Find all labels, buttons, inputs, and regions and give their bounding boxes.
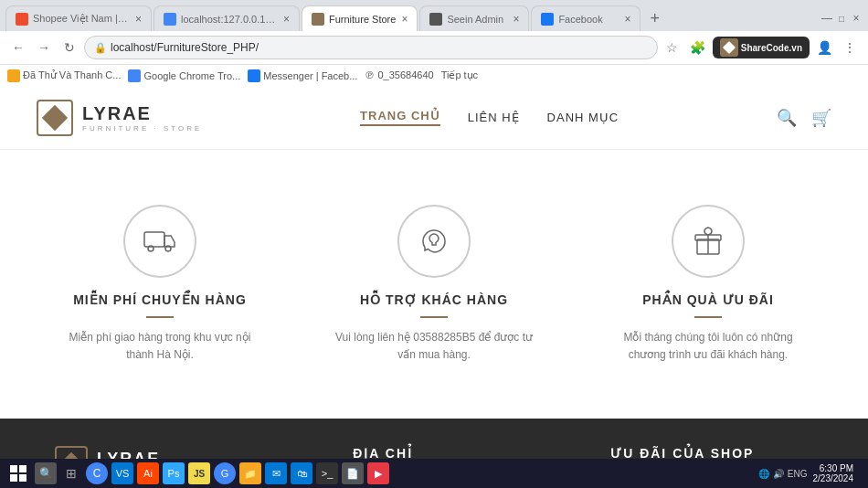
tab-close-shopee[interactable]: × [135, 13, 142, 26]
new-tab-button[interactable]: + [642, 5, 667, 32]
close-button[interactable]: × [850, 12, 863, 25]
taskbar-lang: ENG [788, 469, 808, 479]
reload-button[interactable]: ↻ [58, 37, 80, 58]
svg-rect-0 [144, 232, 164, 247]
bookmark-3[interactable]: Messenger | Faceb... [248, 69, 357, 82]
minimize-button[interactable]: — [820, 12, 833, 25]
feature-shipping: MIỄN PHÍ CHUYỂN HÀNG Miễn phí giao hàng … [59, 205, 260, 364]
logo-text: LYRAE FURNITURE · STORE [82, 103, 202, 133]
taskbar-ps-icon[interactable]: Ps [163, 462, 185, 484]
back-button[interactable]: ← [7, 37, 29, 58]
bookmark-icon-3 [248, 69, 260, 82]
tab-title-facebook: Facebook [558, 14, 619, 25]
tab-title-seein: Seein Admin [447, 14, 507, 25]
tab-close-localhost[interactable]: × [283, 13, 290, 26]
tab-favicon-furniture [312, 13, 324, 26]
taskbar-clock: 6:30 PM [813, 463, 854, 473]
taskbar-files-icon[interactable]: 📁 [239, 462, 261, 484]
tab-localhost[interactable]: localhost:127.0.0.1 / cnpm /... × [153, 5, 300, 31]
menu-button[interactable]: ⋮ [839, 37, 861, 58]
support-icon [397, 205, 471, 278]
tab-title-shopee: Shopee Việt Nam | Mua và Bá... [33, 13, 130, 25]
sharecode-logo-icon [720, 38, 738, 57]
svg-rect-5 [10, 465, 17, 472]
taskbar-store-icon[interactable]: 🛍 [291, 462, 312, 484]
nav-links: TRANG CHỦ LIÊN HỆ DANH MỤC [360, 109, 619, 126]
logo-sub: FURNITURE · STORE [82, 124, 202, 133]
bookmark-label-2: Google Chrome Tro... [143, 70, 240, 81]
website-content: LYRAE FURNITURE · STORE TRANG CHỦ LIÊN H… [0, 86, 868, 488]
shipping-desc: Miễn phí giao hàng trong khu vực nội thà… [59, 329, 260, 364]
address-bar[interactable]: 🔒 localhost/FurnitureStore_PHP/ [84, 36, 658, 59]
tab-seein[interactable]: Seein Admin × [419, 5, 529, 31]
bookmark-button[interactable]: ☆ [662, 37, 683, 58]
tab-close-furniture[interactable]: × [401, 13, 408, 26]
taskbar-sys-icons: 🌐 🔊 ENG [758, 469, 808, 479]
nav-icons: 🔍 🛒 [777, 108, 831, 128]
browser-addressbar: ← → ↻ 🔒 localhost/FurnitureStore_PHP/ ☆ … [0, 31, 868, 64]
bookmark-icon-2 [128, 69, 141, 82]
feature-gifts: PHẦN QUÀ ƯU ĐÃI Mỗi tháng chúng tôi luôn… [608, 205, 809, 364]
bookmark-icon-1 [7, 69, 20, 82]
feature-support: HỖ TRỢ KHÁC HÀNG Vui lòng liên hệ 035882… [333, 205, 535, 364]
logo-name: LYRAE [82, 103, 202, 124]
taskbar-mail-icon[interactable]: ✉ [265, 462, 287, 484]
taskbar-left: 🔍 ⊞ C VS Ai Ps JS G 📁 ✉ 🛍 >_ 📄 ▶ [5, 461, 389, 486]
bookmark-label-4: ℗ 0_35684640 [365, 69, 433, 81]
taskbar-search-icon[interactable]: 🔍 [35, 462, 57, 484]
shipping-divider [146, 316, 174, 318]
taskbar-taskview-icon[interactable]: ⊞ [60, 462, 82, 484]
bookmark-5[interactable]: Tiếp tục [441, 69, 479, 81]
bookmark-4[interactable]: ℗ 0_35684640 [365, 69, 433, 81]
support-desc: Vui lòng liên hệ 03588285B5 để được tư v… [333, 329, 535, 364]
taskbar-extra2-icon[interactable]: ▶ [367, 462, 389, 484]
extension-button[interactable]: 🧩 [687, 37, 709, 58]
tab-favicon-shopee [16, 13, 28, 26]
cart-icon[interactable]: 🛒 [811, 108, 831, 128]
shipping-title: MIỄN PHÍ CHUYỂN HÀNG [73, 292, 247, 307]
logo: LYRAE FURNITURE · STORE [37, 100, 202, 136]
bookmark-label-3: Messenger | Faceb... [263, 70, 357, 81]
tab-favicon-seein [429, 13, 442, 26]
taskbar-browser-app-icon[interactable]: G [214, 462, 236, 484]
nav-link-lienhe[interactable]: LIÊN HỆ [468, 111, 520, 124]
taskbar-chrome-icon[interactable]: C [86, 462, 108, 484]
sharecode-text: ShareCode.vn [741, 43, 802, 53]
tab-facebook[interactable]: Facebook × [531, 5, 640, 31]
taskbar-js-icon[interactable]: JS [188, 462, 210, 484]
shipping-icon [123, 205, 196, 278]
sharecode-diamond [723, 41, 736, 54]
bookmark-2[interactable]: Google Chrome Tro... [128, 69, 240, 82]
profile-button[interactable]: 👤 [813, 37, 835, 58]
tab-shopee[interactable]: Shopee Việt Nam | Mua và Bá... × [5, 5, 152, 31]
search-icon[interactable]: 🔍 [777, 108, 797, 128]
tab-close-seein[interactable]: × [513, 13, 519, 26]
svg-rect-8 [19, 474, 26, 482]
tab-furniture[interactable]: Furniture Store × [302, 5, 418, 31]
nav-link-trangchu[interactable]: TRANG CHỦ [360, 109, 440, 126]
sharecode-area: ShareCode.vn [713, 37, 810, 58]
taskbar-date: 2/23/2024 [813, 473, 854, 483]
taskbar-terminal-icon[interactable]: >_ [316, 462, 338, 484]
svg-rect-7 [10, 474, 17, 482]
support-title: HỖ TRỢ KHÁC HÀNG [360, 292, 508, 307]
taskbar-extra-icon[interactable]: 📄 [342, 462, 364, 484]
logo-diamond [42, 104, 68, 130]
taskbar-network-icon: 🌐 [758, 469, 769, 479]
taskbar-time: 6:30 PM 2/23/2024 [813, 463, 854, 483]
navbar: LYRAE FURNITURE · STORE TRANG CHỦ LIÊN H… [0, 86, 868, 150]
svg-rect-6 [19, 465, 26, 472]
bookmark-1[interactable]: Đã Thử Và Thanh C... [7, 69, 121, 82]
tab-favicon-facebook [541, 13, 554, 26]
gifts-icon [672, 205, 745, 278]
start-button[interactable] [5, 461, 31, 486]
taskbar-right: 🌐 🔊 ENG 6:30 PM 2/23/2024 [758, 463, 863, 483]
gifts-desc: Mỗi tháng chúng tôi luôn có những chương… [608, 329, 809, 364]
nav-link-danhmuc[interactable]: DANH MỤC [547, 111, 619, 124]
browser-container: Shopee Việt Nam | Mua và Bá... × localho… [0, 0, 868, 86]
taskbar-vscode-icon[interactable]: VS [111, 462, 133, 484]
taskbar-ai-icon[interactable]: Ai [137, 462, 159, 484]
tab-close-facebook[interactable]: × [624, 13, 630, 26]
maximize-button[interactable]: □ [835, 12, 848, 25]
forward-button[interactable]: → [33, 37, 55, 58]
